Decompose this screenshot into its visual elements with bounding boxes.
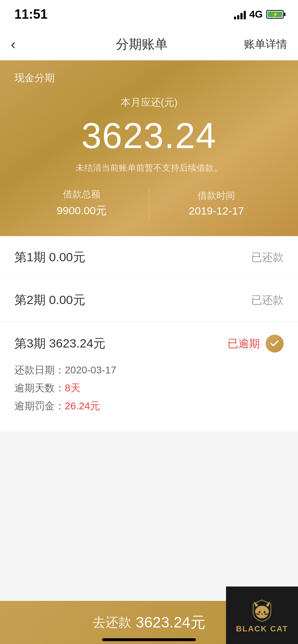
overdue-fine-label: 逾期罚金： <box>14 399 65 413</box>
repay-date-value: 2020-03-17 <box>65 364 116 376</box>
overdue-fine-row: 逾期罚金： 26.24元 <box>14 399 284 413</box>
loan-date-label: 借款时间 <box>149 189 284 202</box>
home-indicator <box>102 638 196 641</box>
cat-icon <box>249 597 275 622</box>
back-button[interactable]: ‹ <box>11 36 40 52</box>
installment-status-1: 已还款 <box>251 250 284 265</box>
installment-list: 第1期 0.00元 已还款 第2期 0.00元 已还款 第3期 3623.24元… <box>0 236 298 547</box>
svg-point-5 <box>261 614 263 615</box>
installment-period-2: 第2期 0.00元 <box>14 292 85 308</box>
black-cat-watermark: BLACK CAT <box>226 586 298 644</box>
overdue-days-row: 逾期天数： 8天 <box>14 381 284 395</box>
signal-bars-icon <box>234 9 246 19</box>
repay-date-row: 还款日期： 2020-03-17 <box>14 363 284 377</box>
installment-status-2: 已还款 <box>251 293 284 308</box>
installment-status-3: 已逾期 <box>227 336 260 351</box>
page-title: 分期账单 <box>116 36 168 53</box>
status-icons: 4G ⚡ <box>234 9 284 20</box>
loan-amount-label: 借款总额 <box>14 188 149 201</box>
nav-bar: ‹ 分期账单 账单详情 <box>0 29 298 60</box>
network-type: 4G <box>249 9 263 20</box>
overdue-fine-value: 26.24元 <box>65 399 100 413</box>
pay-label: 去还款 <box>92 614 131 631</box>
installment-status-area-3: 已逾期 <box>227 335 284 353</box>
battery-icon: ⚡ <box>266 10 284 19</box>
installment-header-3: 第3期 3623.24元 已逾期 <box>14 335 284 353</box>
status-bar: 11:51 4G ⚡ <box>0 0 298 29</box>
installment-header-2: 第2期 0.00元 已还款 <box>14 292 284 308</box>
battery-bolt-icon: ⚡ <box>272 12 278 17</box>
hero-amount-subtitle: 本月应还(元) <box>14 96 284 109</box>
installment-period-3: 第3期 3623.24元 <box>14 335 105 352</box>
installment-item-3[interactable]: 第3期 3623.24元 已逾期 还款日期： 2020-03-17 逾期天数： … <box>0 322 298 432</box>
loan-date-value: 2019-12-17 <box>149 205 284 217</box>
black-cat-label: BLACK CAT <box>236 624 288 634</box>
hero-section-label: 现金分期 <box>14 71 284 85</box>
svg-line-7 <box>254 615 259 615</box>
gray-spacer <box>0 432 298 547</box>
installment-item-1[interactable]: 第1期 0.00元 已还款 <box>0 236 298 279</box>
installment-details-3: 还款日期： 2020-03-17 逾期天数： 8天 逾期罚金： 26.24元 <box>14 363 284 413</box>
svg-point-4 <box>263 611 265 613</box>
loan-amount-value: 9900.00元 <box>14 203 149 218</box>
installment-item-2[interactable]: 第2期 0.00元 已还款 <box>0 279 298 322</box>
overdue-days-label: 逾期天数： <box>14 381 65 395</box>
loan-date-stat: 借款时间 2019-12-17 <box>149 189 284 217</box>
hero-amount: 3623.24 <box>14 115 284 156</box>
hero-stats: 借款总额 9900.00元 借款时间 2019-12-17 <box>14 188 284 218</box>
hero-section: 现金分期 本月应还(元) 3623.24 未结清当前账单前暂不支持后续借款。 借… <box>0 60 298 236</box>
detail-button[interactable]: 账单详情 <box>244 37 287 52</box>
check-icon-3 <box>266 335 284 353</box>
installment-period-1: 第1期 0.00元 <box>14 249 85 266</box>
loan-amount-stat: 借款总额 9900.00元 <box>14 188 149 218</box>
svg-line-9 <box>265 615 270 615</box>
repay-date-label: 还款日期： <box>14 363 65 377</box>
status-time: 11:51 <box>14 7 48 22</box>
pay-amount: 3623.24元 <box>136 612 206 632</box>
overdue-days-value: 8天 <box>65 381 81 395</box>
installment-header-1: 第1期 0.00元 已还款 <box>14 249 284 266</box>
svg-point-0 <box>255 606 269 618</box>
svg-point-3 <box>258 611 260 613</box>
hero-warning: 未结清当前账单前暂不支持后续借款。 <box>14 162 284 174</box>
